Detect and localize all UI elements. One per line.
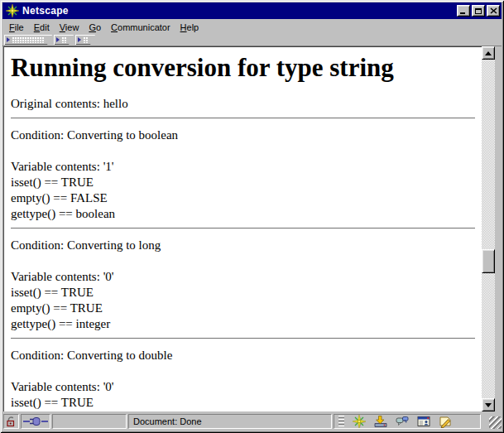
divider <box>11 228 475 229</box>
window-title: Netscape <box>22 5 457 17</box>
composer-icon[interactable] <box>439 415 452 428</box>
inbox-icon[interactable] <box>374 415 387 428</box>
close-icon <box>490 7 497 14</box>
page-heading: Running conversion for type string <box>11 53 475 83</box>
condition-line: Condition: Converting to long <box>11 238 475 253</box>
scrollbar-thumb[interactable] <box>482 249 495 273</box>
scroll-up-arrow-icon <box>485 51 492 55</box>
scroll-down-button[interactable] <box>482 398 495 411</box>
intro-line: Original contents: hello <box>11 96 475 112</box>
address-book-icon[interactable] <box>417 415 430 428</box>
output-line: gettype() == boolean <box>11 206 475 222</box>
menu-file[interactable]: File <box>4 21 29 34</box>
maximize-icon <box>475 8 482 14</box>
status-text: Document: Done <box>133 416 202 426</box>
collapsed-toolbar-tab-3[interactable] <box>75 35 95 45</box>
output-line: empty() == TRUE <box>11 301 475 316</box>
toolbar-grip-texture <box>12 37 45 43</box>
minimize-button[interactable] <box>457 5 470 17</box>
netscape-window: Netscape File Edit View Go Communicator … <box>0 0 504 433</box>
expand-arrow-icon <box>56 37 60 42</box>
output-line: isset() == TRUE <box>11 175 475 190</box>
output-line: isset() == TRUE <box>11 395 475 411</box>
netscape-logo-icon <box>6 4 19 17</box>
discussions-icon[interactable] <box>396 415 409 428</box>
expand-arrow-icon <box>78 37 81 42</box>
divider <box>11 338 475 339</box>
component-bar <box>334 414 481 429</box>
output-line: empty() == FALSE <box>11 190 475 206</box>
component-bar-handle[interactable] <box>338 416 344 427</box>
blank-line <box>11 143 475 159</box>
document-body: Running conversion for type string Origi… <box>4 53 482 411</box>
window-resize-grip[interactable] <box>489 416 502 429</box>
condition-line: Condition: Converting to boolean <box>11 127 475 143</box>
collapsed-toolbar-tab-1[interactable] <box>4 35 52 45</box>
menu-edit[interactable]: Edit <box>29 21 55 34</box>
title-bar[interactable]: Netscape <box>2 2 502 19</box>
menu-view[interactable]: View <box>55 21 84 34</box>
collapsed-toolbar-tab-2[interactable] <box>54 35 74 45</box>
divider <box>11 118 475 119</box>
toolbar-grip-texture <box>84 37 88 43</box>
security-lock-icon <box>5 415 18 428</box>
blank-line <box>11 253 475 269</box>
output-line: Variable contents: '0' <box>11 379 475 395</box>
output-line: gettype() == integer <box>11 316 475 332</box>
vertical-scrollbar <box>482 46 496 411</box>
menu-bar: File Edit View Go Communicator Help <box>2 20 502 34</box>
security-button[interactable] <box>3 414 19 429</box>
status-bar: Document: Done <box>2 413 502 430</box>
progress-bar <box>52 414 127 429</box>
maximize-button[interactable] <box>472 5 485 17</box>
navigator-icon[interactable] <box>353 415 366 428</box>
online-plug-icon <box>22 416 49 427</box>
scrollbar-track[interactable] <box>482 60 495 398</box>
minimize-icon <box>460 12 465 14</box>
collapsed-toolbars-strip <box>2 34 502 46</box>
close-button[interactable] <box>487 5 500 17</box>
status-message-panel: Document: Done <box>128 414 332 429</box>
menu-go[interactable]: Go <box>84 21 106 34</box>
online-status-button[interactable] <box>21 414 50 429</box>
scroll-up-button[interactable] <box>482 46 495 60</box>
menu-communicator[interactable]: Communicator <box>106 21 175 34</box>
blank-line <box>11 363 475 379</box>
window-controls <box>457 5 500 17</box>
condition-line: Condition: Converting to double <box>11 348 475 363</box>
page-viewport: Running conversion for type string Origi… <box>3 46 482 411</box>
output-line: Variable contents: '1' <box>11 159 475 175</box>
scroll-down-arrow-icon <box>485 403 492 407</box>
output-line: Variable contents: '0' <box>11 269 475 285</box>
toolbar-grip-texture <box>62 37 66 43</box>
menu-help[interactable]: Help <box>175 21 204 34</box>
expand-arrow-icon <box>7 37 10 42</box>
output-line: isset() == TRUE <box>11 285 475 301</box>
